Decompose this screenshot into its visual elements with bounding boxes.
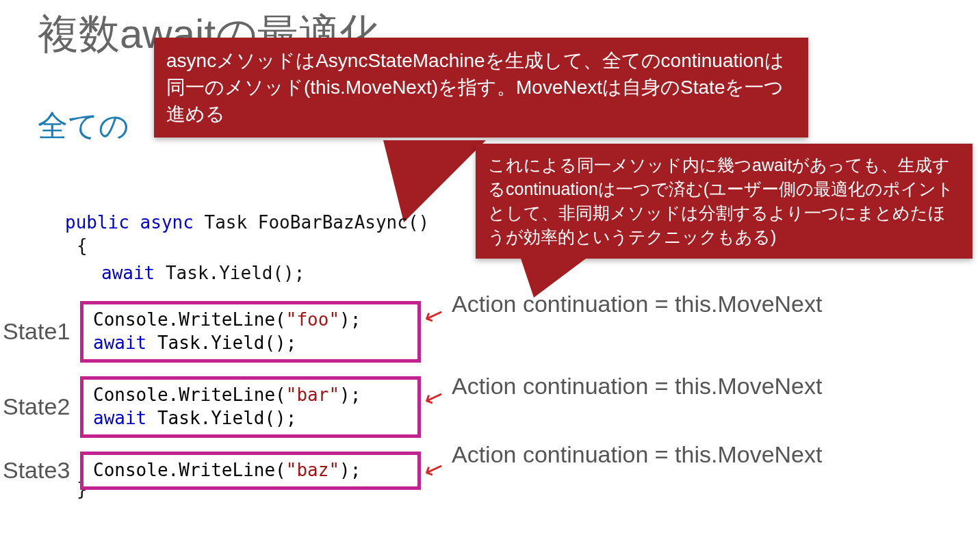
write-tail: ); [339,460,361,480]
write-tail: ); [339,309,361,330]
arrow-icon: ↙ [420,452,448,484]
kw-await: await [93,332,146,353]
callout-secondary: これによる同一メソッド内に幾つawaitがあっても、生成するcontinuati… [476,144,972,259]
arrow-icon: ↙ [420,380,448,413]
arrow-icon: ↙ [420,298,448,330]
str-baz: "baz" [286,460,339,480]
str-foo: "foo" [286,309,339,330]
state2-label: State2 [3,393,70,420]
write-head: Console.WriteLine( [93,460,286,480]
await-initial: await Task.Yield(); [101,263,305,283]
state2-box: Console.WriteLine("bar"); await Task.Yie… [80,376,421,438]
state1-box: Console.WriteLine("foo"); await Task.Yie… [80,301,421,363]
code-signature: public async Task FooBarBazAsync() [65,212,429,233]
sig-rest: Task FooBarBazAsync() [194,212,429,233]
state1-label: State1 [3,318,70,345]
brace-open: { [77,235,88,256]
yield-tail: Task.Yield(); [146,408,296,428]
kw-public: public [65,212,129,233]
write-head: Console.WriteLine( [93,309,286,330]
callout-main-pointer [383,140,486,222]
continuation-label-3: Action continuation = this.MoveNext [452,441,822,468]
state3-box: Console.WriteLine("baz"); [80,452,421,490]
state3-label: State3 [3,457,70,484]
write-head: Console.WriteLine( [93,384,286,405]
write-tail: ); [339,384,361,405]
str-bar: "bar" [286,384,339,405]
yield-tail: Task.Yield(); [155,263,305,283]
callout-main: asyncメソッドはAsyncStateMachineを生成して、全てのcont… [154,38,808,138]
kw-await: await [93,408,146,428]
continuation-label-1: Action continuation = this.MoveNext [452,291,822,317]
continuation-label-2: Action continuation = this.MoveNext [452,373,822,400]
yield-tail: Task.Yield(); [146,332,296,353]
subtitle: 全ての [38,106,129,146]
kw-await: await [101,263,155,283]
kw-async: async [140,212,194,233]
